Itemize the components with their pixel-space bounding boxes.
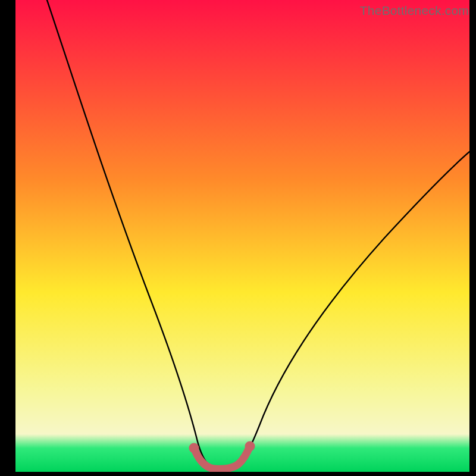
threshold-marker-left xyxy=(189,443,199,453)
gradient-background xyxy=(15,0,469,472)
threshold-marker-right xyxy=(245,441,255,452)
watermark-text: TheBottleneck.com xyxy=(360,4,469,18)
bottleneck-chart xyxy=(15,0,469,472)
chart-stage: TheBottleneck.com xyxy=(0,0,476,476)
